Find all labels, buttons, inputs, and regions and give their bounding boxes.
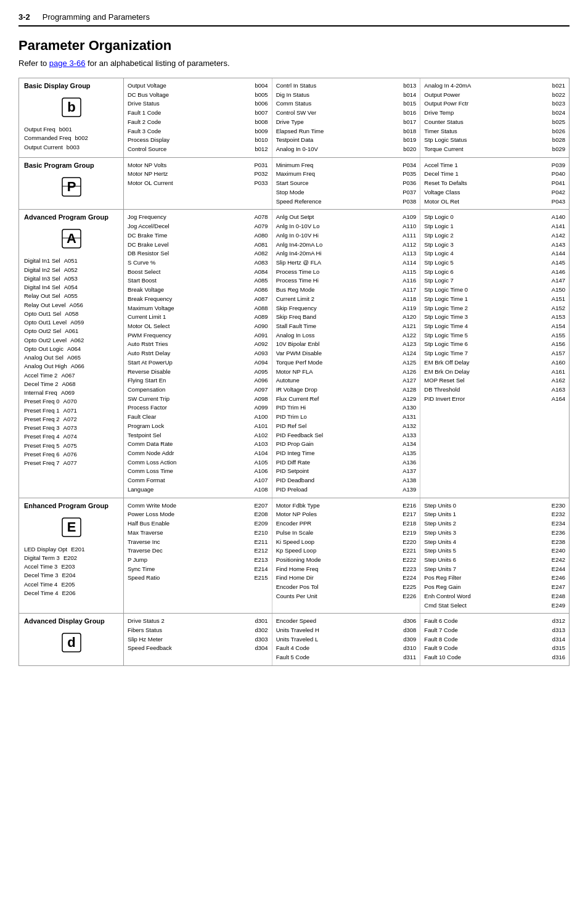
side-param-item: Opto Out2 LevelA062	[24, 336, 84, 345]
param-item: Jog Accel/DecelA079	[128, 222, 268, 231]
a-icon: A	[60, 227, 83, 250]
param-item: Process Displayb010	[128, 136, 268, 145]
param-item: Stp Logic 3A143	[424, 241, 565, 250]
subtitle: Refer to page 3-66 for an alphabetical l…	[18, 59, 570, 68]
side-param-item: LED Display OptE201	[24, 545, 84, 554]
param-item: Anlg In4-20mA HiA113	[276, 249, 417, 258]
param-item: Stp Logic 6A146	[424, 268, 565, 277]
params-col-advanced-display-0: Drive Status 2d301Fibers Statusd302Slip …	[124, 614, 272, 665]
param-item: Fault 7 Coded313	[424, 626, 565, 635]
main-title: Parameter Organization	[18, 38, 570, 54]
side-param-item: Preset Freq 6A076	[24, 450, 84, 459]
param-item: DB ThresholdA163	[424, 385, 565, 395]
param-item: Process Time LoA115	[276, 268, 417, 277]
params-col-basic-program-2: Accel Time 1P039Decel Time 1P040Reset To…	[420, 158, 569, 210]
page-header: 3-2 Programming and Parameters	[18, 12, 570, 27]
param-item: Output Voltageb004	[128, 81, 268, 91]
param-item: Counts Per UnitE226	[276, 592, 417, 601]
param-item: PID Trim HiA130	[276, 403, 417, 413]
group-label-cell-basic-display: Basic Display GroupbOutput Freqb001Comma…	[19, 78, 124, 157]
param-item: Step Units 1E232	[424, 510, 565, 519]
params-content-advanced-program: Jog FrequencyA078Jog Accel/DecelA079DC B…	[124, 210, 569, 497]
param-item: Analog In LossA122	[276, 331, 417, 340]
param-item: Start At PowerUpA094	[128, 358, 268, 368]
param-item: PID SetpointA137	[276, 467, 417, 476]
param-item: IR Voltage DropA128	[276, 385, 417, 395]
param-item: Current Limit 2A118	[276, 295, 417, 304]
param-item: Drive Status 2d301	[128, 617, 268, 626]
param-item: Start BoostA085	[128, 276, 268, 286]
param-item: EM Brk On DelayA161	[424, 368, 565, 377]
param-item: Voltage ClassP042	[424, 188, 565, 197]
param-item: Motor OL SelectA090	[128, 322, 268, 331]
param-item: Start SourceP036	[276, 179, 417, 188]
side-params-basic-display: Output Freqb001Commanded Freqb002Output …	[24, 125, 88, 152]
param-item: Auto Rstrt DelayA093	[128, 349, 268, 358]
param-item: PID Integ TimeA135	[276, 449, 417, 458]
param-item: Find Home DirE224	[276, 574, 417, 583]
param-item: Motor Fdbk TypeE216	[276, 501, 417, 511]
param-item: Stall Fault TimeA121	[276, 322, 417, 331]
e-icon: E	[60, 516, 83, 539]
param-item: Cmd Stat SelectE249	[424, 601, 565, 611]
param-item: Comm Loss TimeA106	[128, 467, 268, 476]
group-label-cell-advanced-program: Advanced Program GroupADigital In1 SelA0…	[19, 210, 124, 497]
param-item: Speed Feedbackd304	[128, 644, 268, 653]
param-item: Bus Reg ModeA117	[276, 286, 417, 295]
param-item: Stp Logic 7A147	[424, 276, 565, 286]
param-item: Reset To DefaltsP041	[424, 179, 565, 188]
param-item: Encoder Pos TolE225	[276, 583, 417, 592]
param-item: Encoder PPRE218	[276, 519, 417, 528]
param-item: Stp Logic Statusb028	[424, 136, 565, 145]
page-section: Programming and Parameters	[43, 12, 150, 22]
param-item: Analog In 0-10Vb020	[276, 145, 417, 154]
param-item: Units Traveled Hd308	[276, 626, 417, 635]
params-col-basic-display-2: Analog In 4-20mAb021Output Powerb022Outp…	[420, 78, 569, 157]
page-num: 3-2	[18, 12, 30, 22]
params-col-enhanced-program-0: Comm Write ModeE207Power Loss ModeE208Ha…	[124, 498, 272, 614]
params-col-advanced-program-0: Jog FrequencyA078Jog Accel/DecelA079DC B…	[124, 210, 272, 497]
param-item: Stp Logic 0A140	[424, 213, 565, 222]
param-item: Output Powr Fctrb023	[424, 99, 565, 109]
side-param-item: Digital In1 SelA051	[24, 257, 84, 265]
param-item: PID Prop GainA134	[276, 440, 417, 449]
param-item: DC Brake TimeA080	[128, 231, 268, 241]
param-item: DB Resistor SelA082	[128, 249, 268, 258]
param-item: Stp Logic Time 0A150	[424, 286, 565, 295]
params-col-advanced-program-2: Stp Logic 0A140Stp Logic 1A141Stp Logic …	[420, 210, 569, 497]
param-item: PWM FrequencyA091	[128, 331, 268, 340]
side-param-item: Digital Term 3E202	[24, 554, 84, 562]
side-param-item: Preset Freq 1A071	[24, 406, 84, 415]
param-item: Comm FormatA107	[128, 476, 268, 485]
group-name-advanced-display: Advanced Display Group	[24, 617, 105, 625]
svg-text:d: d	[67, 635, 75, 650]
param-item: PID Trim LoA131	[276, 413, 417, 422]
group-name-enhanced-program: Enhanced Program Group	[24, 502, 108, 509]
param-item: Maximum VoltageA088	[128, 304, 268, 313]
param-item: Fault 8 Coded314	[424, 635, 565, 644]
param-item: Traverse DecE212	[128, 546, 268, 556]
param-item: Stp Logic Time 3A153	[424, 313, 565, 322]
param-item: Elapsed Run Timeb018	[276, 127, 417, 136]
param-item: Process Time HiA116	[276, 276, 417, 286]
param-item: Pos Reg FilterE246	[424, 574, 565, 583]
param-item: Max TraverseE210	[128, 528, 268, 538]
side-param-item: Decel Time 4E206	[24, 589, 84, 598]
param-item: Stop ModeP037	[276, 188, 417, 197]
side-param-item: Relay Out LevelA056	[24, 301, 84, 310]
param-item: Maximum FreqP035	[276, 170, 417, 179]
group-name-basic-program: Basic Program Group	[24, 162, 94, 169]
param-item: DC Brake LevelA081	[128, 241, 268, 250]
param-item: Stp Logic 4A144	[424, 249, 565, 258]
b-icon: b	[60, 96, 83, 119]
content-area: Parameter Organization Refer to page 3-6…	[18, 38, 570, 666]
group-enhanced-program: Enhanced Program GroupELED Display OptE2…	[18, 498, 570, 614]
param-item: Decel Time 1P040	[424, 170, 565, 179]
params-col-basic-program-0: Motor NP VoltsP031Motor NP HertzP032Moto…	[124, 158, 272, 210]
param-item: Motor NP PolesE217	[276, 510, 417, 519]
param-item: Drive Statusb006	[128, 99, 268, 109]
param-item: Stp Logic 2A142	[424, 231, 565, 241]
group-basic-program: Basic Program GroupPMotor NP VoltsP031Mo…	[18, 157, 570, 210]
param-item: Traverse IncE211	[128, 538, 268, 547]
page-link[interactable]: page 3-66	[49, 59, 86, 68]
